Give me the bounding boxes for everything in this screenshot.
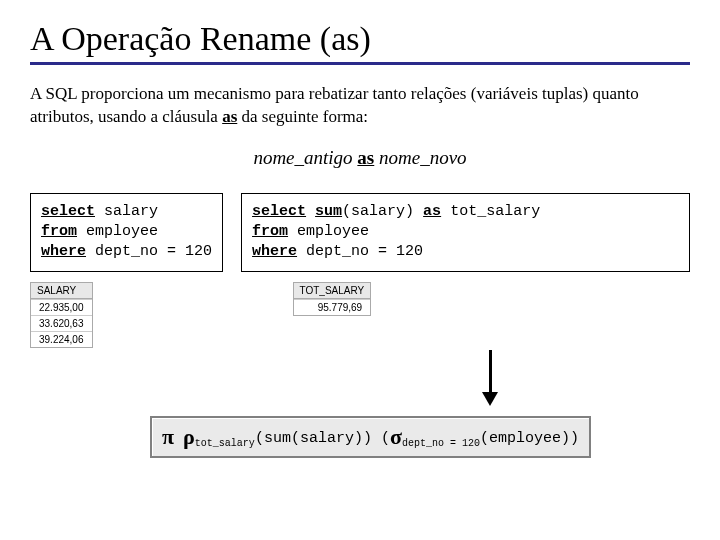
syntax-keyword-as: as [357,147,374,168]
rho-symbol: ρ [183,424,195,449]
kw-from: from [252,223,288,240]
table-cell: 95.779,69 [294,299,371,315]
code-text: employee [77,223,158,240]
table-cell: 39.224,06 [31,331,92,347]
code-right: select sum(salary) as tot_salary from em… [241,193,690,272]
result-tables: SALARY 22.935,00 33.620,63 39.224,06 TOT… [30,282,690,348]
kw-select: select [41,203,95,220]
kw-select: select [252,203,306,220]
title-rule [30,62,690,65]
code-text: dept_no = 120 [86,243,212,260]
intro-text-2: da seguinte forma: [237,107,368,126]
code-text: employee [288,223,369,240]
arrow-down-icon [470,350,510,406]
table-cell: 33.620,63 [31,315,92,331]
table-header: SALARY [31,283,92,299]
sigma-symbol: σ [390,424,402,449]
code-left: select salary from employee where dept_n… [30,193,223,272]
code-text: tot_salary [441,203,540,220]
code-text [306,203,315,220]
formula-mid: (sum(salary)) [255,430,372,447]
formula-tail: (employee)) [480,430,579,447]
intro-paragraph: A SQL proporciona um mecanismo para reba… [30,83,690,129]
kw-as: as [423,203,441,220]
code-text: (salary) [342,203,423,220]
code-columns: select salary from employee where dept_n… [30,193,690,272]
kw-from: from [41,223,77,240]
rho-subscript: tot_salary [195,438,255,449]
kw-where: where [252,243,297,260]
intro-keyword-as: as [222,107,237,126]
code-text: salary [95,203,158,220]
table-header: TOT_SALARY [294,283,371,299]
relational-algebra-formula: π ρtot_salary(sum(salary)) (σdept_no = 1… [150,416,591,458]
sigma-subscript: dept_no = 120 [402,438,480,449]
table-cell: 22.935,00 [31,299,92,315]
pi-symbol: π [162,424,174,449]
kw-where: where [41,243,86,260]
table-salary: SALARY 22.935,00 33.620,63 39.224,06 [30,282,93,348]
syntax-old-name: nome_antigo [253,147,352,168]
code-text: dept_no = 120 [297,243,423,260]
syntax-new-name: nome_novo [379,147,467,168]
syntax-line: nome_antigo as nome_novo [30,147,690,169]
page-title: A Operação Rename (as) [30,20,690,58]
kw-sum: sum [315,203,342,220]
table-tot-salary: TOT_SALARY 95.779,69 [293,282,372,316]
